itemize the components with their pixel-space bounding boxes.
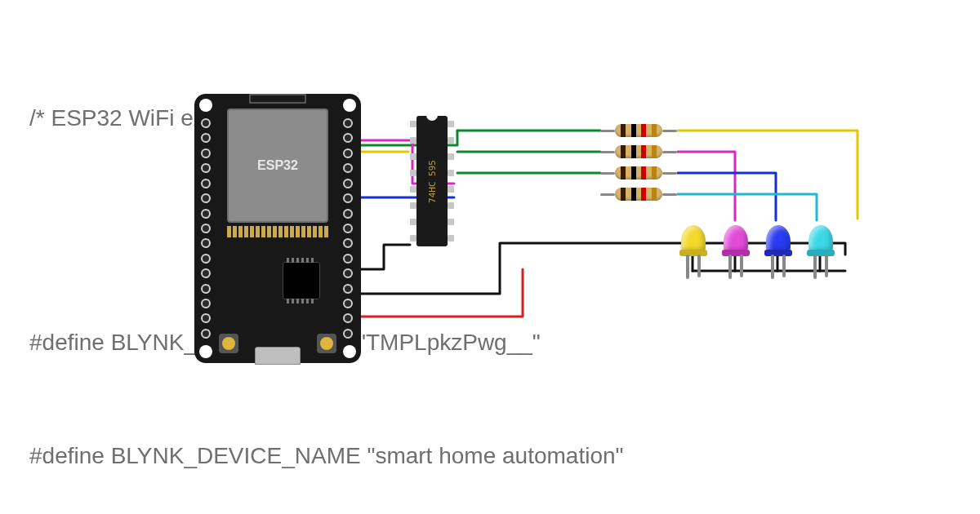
pin[interactable]: [201, 193, 211, 203]
ic-pin[interactable]: [448, 219, 454, 225]
ic-pin[interactable]: [410, 153, 416, 160]
led[interactable]: [722, 225, 750, 268]
led-anode[interactable]: [686, 255, 689, 279]
pin[interactable]: [343, 313, 353, 323]
micro-usb-port[interactable]: [255, 347, 301, 365]
dip-notch-icon: [426, 115, 438, 121]
resistor-lead[interactable]: [662, 151, 677, 153]
led-flange: [764, 250, 792, 256]
pin-header-right[interactable]: [343, 118, 354, 339]
dip-pins-right[interactable]: [448, 121, 454, 241]
code-line: #define BLYNK_TEMPLATE_ID "TMPLpkzPwg__": [29, 324, 951, 361]
resistor-lead[interactable]: [662, 193, 677, 196]
module-pins: [227, 226, 328, 239]
pin[interactable]: [343, 193, 353, 203]
ic-pin[interactable]: [448, 235, 454, 241]
pin[interactable]: [201, 268, 211, 278]
ic-pin[interactable]: [448, 170, 454, 176]
led-bulb: [724, 225, 748, 253]
mounting-hole: [343, 99, 356, 112]
resistor-lead[interactable]: [600, 172, 615, 175]
ic-pin[interactable]: [410, 137, 416, 144]
ic-pin[interactable]: [410, 202, 416, 209]
antenna-icon: [249, 94, 306, 104]
led-flange: [722, 250, 750, 256]
pin[interactable]: [201, 163, 211, 173]
ic-pin[interactable]: [448, 202, 454, 209]
shift-register-74hc595[interactable]: 74HC 595: [416, 116, 448, 246]
led-cathode[interactable]: [825, 255, 828, 277]
led-cathode[interactable]: [782, 255, 786, 277]
pin-header-left[interactable]: [201, 118, 212, 339]
pin[interactable]: [201, 313, 211, 323]
resistor-lead[interactable]: [600, 130, 615, 132]
pin[interactable]: [201, 209, 211, 219]
boot-button[interactable]: [317, 334, 336, 353]
ic-pin[interactable]: [410, 121, 416, 127]
ic-pin[interactable]: [410, 186, 416, 193]
led[interactable]: [807, 225, 835, 268]
pin[interactable]: [201, 118, 211, 128]
pin[interactable]: [343, 148, 353, 158]
pin[interactable]: [343, 299, 353, 308]
resistor[interactable]: [600, 122, 677, 139]
pin[interactable]: [343, 179, 353, 188]
code-line: #define BLYNK_DEVICE_NAME "smart home au…: [29, 437, 951, 475]
pin[interactable]: [201, 299, 211, 308]
led-cathode[interactable]: [697, 255, 701, 277]
resistor[interactable]: [600, 144, 677, 160]
pin[interactable]: [343, 329, 353, 339]
chip-label: ESP32: [257, 158, 298, 173]
pin[interactable]: [343, 284, 353, 294]
pin[interactable]: [343, 133, 353, 143]
pin[interactable]: [343, 224, 353, 233]
pin[interactable]: [201, 224, 211, 233]
pin[interactable]: [201, 284, 211, 294]
ic-pin[interactable]: [410, 170, 416, 176]
resistor-lead[interactable]: [600, 193, 615, 196]
pin[interactable]: [343, 268, 353, 278]
pin[interactable]: [343, 254, 353, 264]
resistor-lead[interactable]: [662, 130, 677, 132]
pin[interactable]: [201, 329, 211, 339]
led-cathode[interactable]: [740, 255, 743, 277]
led-bulb: [681, 225, 706, 253]
code-line: /* ESP32 WiFi example */: [29, 100, 951, 137]
esp32-board[interactable]: ESP32: [194, 94, 361, 363]
led-anode[interactable]: [813, 255, 817, 279]
pin[interactable]: [343, 118, 353, 128]
resistor-lead[interactable]: [662, 172, 677, 175]
led-anode[interactable]: [771, 255, 774, 279]
pin[interactable]: [201, 133, 211, 143]
pin[interactable]: [201, 148, 211, 158]
resistor[interactable]: [600, 165, 677, 181]
ic-pin[interactable]: [448, 186, 454, 193]
en-button[interactable]: [219, 334, 238, 353]
pin[interactable]: [343, 209, 353, 219]
resistor-body: [615, 145, 662, 158]
led-anode[interactable]: [728, 255, 732, 279]
ic-pin[interactable]: [448, 153, 454, 160]
mounting-hole: [343, 345, 356, 358]
pin[interactable]: [343, 163, 353, 173]
led[interactable]: [764, 225, 792, 268]
ic-pin[interactable]: [410, 219, 416, 225]
resistor-body: [615, 166, 662, 179]
resistor-body: [615, 188, 662, 201]
esp32-module: ESP32: [227, 109, 328, 223]
pin[interactable]: [343, 238, 353, 248]
pin[interactable]: [201, 238, 211, 248]
led[interactable]: [679, 225, 707, 268]
ic-pin[interactable]: [448, 137, 454, 144]
pin[interactable]: [201, 254, 211, 264]
ic-pin[interactable]: [448, 121, 454, 127]
pin[interactable]: [201, 179, 211, 188]
ic-pin[interactable]: [410, 235, 416, 241]
resistor[interactable]: [600, 186, 677, 202]
mounting-hole: [199, 99, 212, 112]
resistor-lead[interactable]: [600, 151, 615, 153]
dip-pins-left[interactable]: [410, 121, 416, 241]
code-snippet: /* ESP32 WiFi example */ #define BLYNK_T…: [29, 24, 951, 514]
led-bulb: [808, 225, 833, 253]
usb-serial-chip: [283, 262, 320, 299]
